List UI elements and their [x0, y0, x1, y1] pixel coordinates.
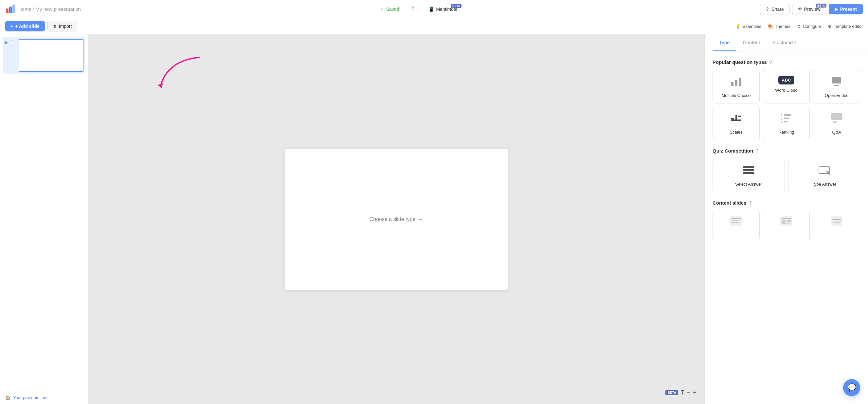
nav-center: ✓ Saved ? 📱 Mentimote BETA: [380, 4, 461, 14]
scales-icon: [730, 112, 742, 126]
popular-help-icon[interactable]: ?: [770, 60, 772, 65]
multiple-choice-card[interactable]: Multiple Choice: [713, 70, 760, 103]
svg-rect-4: [731, 82, 734, 86]
svg-rect-21: [743, 166, 754, 168]
your-presentations-link[interactable]: 🏠 Your presentations: [0, 391, 88, 404]
svg-rect-22: [743, 169, 754, 171]
scales-card[interactable]: Scales: [713, 107, 760, 140]
svg-rect-8: [834, 85, 839, 86]
right-panel: Type Content Customize Popular question …: [704, 34, 868, 404]
present-button[interactable]: ▶ Present: [829, 4, 863, 14]
zoom-out-button[interactable]: −: [687, 389, 691, 396]
saved-indicator: ✓ Saved: [380, 6, 399, 12]
check-icon: ✓: [380, 6, 384, 12]
choose-slide-prompt: Choose a slide type →: [370, 216, 424, 222]
slide-list: ▶ 1: [0, 34, 88, 391]
content-slide-2[interactable]: [763, 211, 810, 240]
multiple-choice-icon: [730, 75, 742, 90]
nav-right: ⇪ Share 👁 Preview BETA ▶ Present: [760, 4, 863, 14]
home-icon: 🏠: [5, 395, 10, 400]
svg-rect-7: [832, 77, 841, 84]
svg-rect-1: [9, 6, 12, 13]
zoom-in-button[interactable]: +: [693, 389, 696, 396]
preview-button[interactable]: 👁 Preview BETA: [792, 4, 826, 14]
svg-text:2: 2: [781, 117, 782, 120]
svg-rect-10: [736, 115, 737, 120]
qa-card[interactable]: Q&A: [813, 107, 860, 140]
svg-rect-18: [784, 121, 787, 122]
chat-button[interactable]: 💬: [843, 379, 860, 396]
qa-icon: [831, 112, 842, 126]
themes-button[interactable]: 🎨 Themes: [768, 24, 790, 29]
add-slide-button[interactable]: + + Add slide: [5, 21, 45, 31]
quiz-help-icon[interactable]: ?: [756, 148, 759, 154]
plus-icon: +: [10, 24, 13, 29]
content-slide-3[interactable]: [813, 211, 860, 240]
import-label: Import: [59, 24, 72, 29]
top-nav: Home / My new presentation ✓ Saved ? 📱 M…: [0, 0, 868, 18]
slide-thumbnail[interactable]: [19, 39, 84, 72]
svg-rect-2: [12, 5, 15, 13]
select-answer-card[interactable]: Select Answer: [713, 159, 785, 192]
examples-button[interactable]: 💡 Examples: [736, 24, 761, 29]
help-button[interactable]: ?: [407, 4, 417, 14]
saved-label: Saved: [386, 6, 399, 12]
content-slide-1[interactable]: [713, 211, 760, 240]
type-answer-card[interactable]: Type Answer: [788, 159, 861, 192]
svg-rect-36: [831, 216, 842, 225]
template-editor-button[interactable]: ⚙ Template editor: [828, 24, 863, 29]
open-ended-label: Open Ended: [825, 93, 849, 98]
tab-customize[interactable]: Customize: [767, 34, 803, 51]
open-ended-card[interactable]: Open Ended: [813, 70, 860, 103]
home-link[interactable]: Home: [18, 6, 31, 12]
content-slides-grid: [713, 211, 860, 240]
present-label: Present: [840, 6, 857, 12]
scales-label: Scales: [730, 130, 742, 134]
share-icon: ⇪: [766, 6, 770, 12]
share-button[interactable]: ⇪ Share: [760, 4, 789, 14]
add-slide-label: + Add slide: [15, 24, 40, 29]
ranking-icon: 1 2 3: [780, 112, 792, 126]
type-answer-label: Type Answer: [812, 182, 836, 187]
mentimote-button[interactable]: 📱 Mentimote BETA: [425, 5, 461, 14]
logo-icon: [5, 4, 16, 14]
type-answer-icon: [818, 164, 830, 179]
select-answer-label: Select Answer: [735, 182, 762, 187]
gear-icon: ⚙: [797, 24, 801, 29]
svg-rect-38: [833, 222, 840, 223]
your-presentations-label: Your presentations: [13, 395, 49, 400]
play-icon: ▶: [835, 6, 838, 12]
mentimote-icon: 📱: [428, 6, 434, 12]
template-editor-label: Template editor: [834, 24, 863, 29]
presentation-name: My new presentation: [36, 6, 81, 12]
svg-rect-34: [787, 220, 791, 222]
quiz-section-title: Quiz Competition ?: [713, 148, 860, 154]
svg-rect-19: [831, 113, 842, 120]
breadcrumb: Home / My new presentation: [18, 6, 81, 12]
svg-rect-29: [732, 220, 738, 221]
content-help-icon[interactable]: ?: [749, 200, 752, 206]
word-cloud-card[interactable]: ABC Word Cloud: [763, 70, 810, 103]
tab-content[interactable]: Content: [737, 34, 767, 51]
svg-rect-0: [6, 8, 8, 13]
text-tool-button[interactable]: T: [681, 389, 684, 396]
import-button[interactable]: ⬆ Import: [48, 21, 78, 31]
configure-button[interactable]: ⚙ Configure: [797, 24, 821, 29]
select-answer-icon: [743, 164, 754, 179]
slide-item[interactable]: ▶ 1: [3, 37, 86, 74]
ranking-card[interactable]: 1 2 3 Ranking: [763, 107, 810, 140]
svg-rect-12: [738, 116, 741, 117]
svg-text:1: 1: [781, 114, 782, 117]
chat-icon: 💬: [847, 383, 856, 392]
content-section-title: Content slides ?: [713, 200, 860, 206]
nav-left: Home / My new presentation: [5, 4, 81, 14]
tab-type[interactable]: Type: [713, 34, 737, 51]
toolbar-right: 💡 Examples 🎨 Themes ⚙ Configure ⚙ Templa…: [736, 24, 863, 29]
panel-tabs: Type Content Customize: [705, 34, 868, 52]
canvas-toolbar: BETA T − +: [665, 389, 696, 396]
mentimote-beta-badge: BETA: [451, 4, 462, 8]
ranking-label: Ranking: [779, 130, 794, 134]
svg-rect-30: [732, 222, 739, 223]
popular-question-grid: Multiple Choice ABC Word Cloud: [713, 70, 860, 140]
svg-rect-6: [739, 78, 741, 86]
